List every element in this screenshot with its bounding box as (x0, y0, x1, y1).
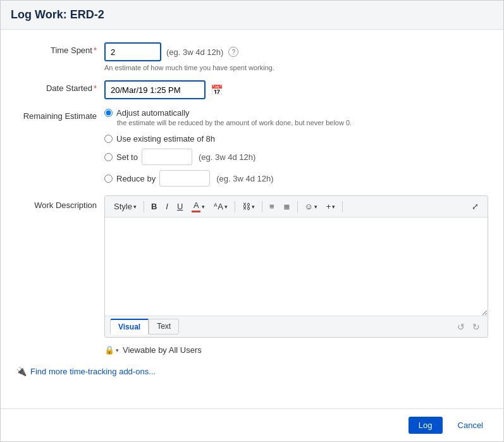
work-description-label: Work Description (16, 195, 104, 210)
superscript-button[interactable]: ᴬA ▾ (210, 200, 231, 213)
radio-set-to-label[interactable]: Set to (116, 152, 138, 162)
viewable-chevron-icon: ▾ (116, 347, 119, 353)
time-spent-input-row: (eg. 3w 4d 12h) ? (104, 42, 488, 61)
radio-set-to[interactable] (104, 153, 113, 161)
required-star: * (94, 46, 97, 55)
lock-icon: 🔒 (104, 345, 114, 355)
dialog-header: Log Work: ERD-2 (1, 1, 503, 30)
radio-existing-row: Use existing estimate of 8h (104, 134, 488, 144)
radio-reduce-by-label[interactable]: Reduce by (116, 174, 156, 183)
date-started-label: Date Started* (16, 80, 104, 93)
calendar-icon[interactable]: 📅 (211, 84, 223, 96)
time-spent-example: (eg. 3w 4d 12h) (166, 47, 223, 57)
viewable-dropdown-button[interactable]: 🔒 ▾ (104, 345, 119, 355)
radio-auto[interactable] (104, 109, 113, 117)
bullet-list-icon: ≡ (269, 202, 274, 211)
color-bar (192, 211, 200, 212)
reduce-by-input[interactable] (159, 170, 210, 187)
dialog-footer: Log Cancel (1, 408, 503, 441)
undo-redo-controls: ↺ ↻ (455, 321, 482, 333)
editor-toolbar: Style ▾ B I U (105, 196, 488, 218)
auto-hint: the estimate will be reduced by the amou… (117, 119, 488, 126)
set-to-example: (eg. 3w 4d 12h) (199, 152, 255, 162)
addons-row: 🔌 Find more time-tracking add-ons... (16, 366, 488, 376)
toolbar-divider-2 (235, 201, 235, 212)
style-chevron-icon: ▾ (133, 204, 137, 210)
toolbar-divider-3 (262, 201, 262, 212)
insert-chevron-icon: ▾ (332, 204, 335, 210)
emoji-button[interactable]: ☺ ▾ (301, 200, 321, 213)
editor-tabs: Visual Text (110, 319, 179, 335)
time-spent-hint: An estimate of how much time you have sp… (104, 64, 488, 71)
date-started-content: 📅 (104, 80, 488, 99)
date-input-row: 📅 (104, 80, 488, 99)
link-button[interactable]: ⛓ ▾ (238, 200, 259, 213)
bullet-list-button[interactable]: ≡ (266, 200, 278, 213)
emoji-chevron-icon: ▾ (314, 204, 317, 210)
dialog-body: Time Spent* (eg. 3w 4d 12h) ? An estimat… (1, 30, 503, 408)
dialog-title: Log Work: ERD-2 (11, 8, 493, 21)
link-icon: ⛓ (242, 202, 250, 211)
log-work-dialog: Log Work: ERD-2 Time Spent* (eg. 3w 4d 1… (0, 0, 504, 442)
link-chevron-icon: ▾ (252, 204, 255, 210)
radio-existing[interactable] (104, 135, 113, 143)
redo-button[interactable]: ↻ (470, 321, 482, 333)
toolbar-divider-4 (297, 201, 298, 212)
editor-footer: Visual Text ↺ ↻ (105, 316, 488, 337)
time-spent-label: Time Spent* (16, 42, 104, 55)
insert-button[interactable]: + ▾ (323, 200, 340, 213)
radio-reduce-by[interactable] (104, 175, 113, 183)
expand-button[interactable]: ⤢ (468, 200, 482, 213)
set-to-input[interactable] (142, 149, 192, 165)
viewable-row: 🔒 ▾ Viewable by All Users (104, 343, 488, 357)
text-color-label: A (192, 200, 200, 212)
time-spent-row: Time Spent* (eg. 3w 4d 12h) ? An estimat… (16, 42, 488, 71)
italic-button[interactable]: I (162, 200, 172, 213)
superscript-chevron-icon: ▾ (224, 204, 228, 210)
remaining-estimate-content: Adjust automatically the estimate will b… (104, 108, 488, 187)
numbered-list-button[interactable]: ≣ (280, 200, 294, 213)
undo-button[interactable]: ↺ (455, 321, 467, 333)
numbered-list-icon: ≣ (283, 202, 290, 211)
help-icon[interactable]: ? (228, 47, 238, 57)
radio-existing-label[interactable]: Use existing estimate of 8h (116, 134, 215, 144)
radio-auto-container: Adjust automatically the estimate will b… (104, 108, 488, 129)
text-color-button[interactable]: A ▾ (188, 199, 209, 214)
time-spent-input[interactable] (104, 42, 161, 61)
viewable-label: Viewable by All Users (123, 345, 202, 355)
toolbar-divider-1 (144, 201, 144, 212)
radio-reduce-by-row: Reduce by (eg. 3w 4d 12h) (104, 170, 488, 187)
insert-icon: + (326, 202, 331, 211)
time-spent-content: (eg. 3w 4d 12h) ? An estimate of how muc… (104, 42, 488, 71)
reduce-by-example: (eg. 3w 4d 12h) (216, 174, 273, 183)
log-button[interactable]: Log (409, 417, 443, 434)
cancel-button[interactable]: Cancel (448, 417, 493, 434)
radio-auto-label[interactable]: Adjust automatically (116, 108, 190, 118)
remaining-estimate-label: Remaining Estimate (16, 108, 104, 121)
work-description-row: Work Description Style ▾ B (16, 195, 488, 357)
plugin-icon: 🔌 (16, 366, 27, 376)
required-star-date: * (94, 83, 97, 93)
tab-text[interactable]: Text (149, 319, 179, 335)
toolbar-divider-5 (342, 201, 343, 212)
radio-set-to-row: Set to (eg. 3w 4d 12h) (104, 149, 488, 165)
editor-container: Style ▾ B I U (104, 195, 488, 338)
radio-group: Adjust automatically the estimate will b… (104, 108, 488, 187)
tab-visual[interactable]: Visual (110, 319, 149, 335)
text-color-chevron-icon: ▾ (202, 204, 205, 210)
radio-auto-row: Adjust automatically (104, 108, 488, 118)
expand-icon: ⤢ (472, 202, 479, 211)
work-description-content: Style ▾ B I U (104, 195, 488, 357)
emoji-icon: ☺ (305, 202, 313, 211)
addons-link[interactable]: Find more time-tracking add-ons... (30, 367, 156, 376)
date-started-input[interactable] (104, 80, 206, 99)
style-dropdown-button[interactable]: Style ▾ (110, 200, 140, 213)
editor-area[interactable] (105, 218, 488, 316)
date-started-row: Date Started* 📅 (16, 80, 488, 99)
underline-button[interactable]: U (173, 200, 187, 213)
bold-button[interactable]: B (147, 200, 161, 213)
remaining-estimate-row: Remaining Estimate Adjust automatically … (16, 108, 488, 187)
